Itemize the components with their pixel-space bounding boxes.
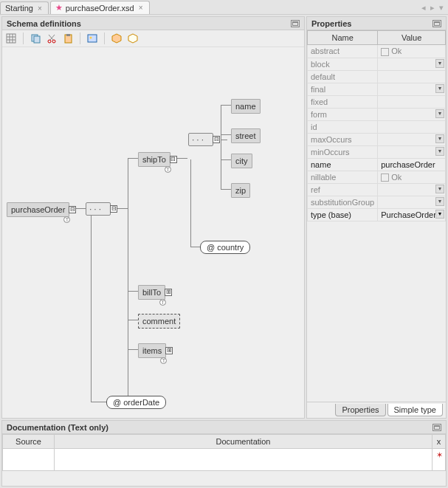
dropdown-icon[interactable]: ▼ (435, 59, 444, 68)
svg-rect-12 (66, 34, 70, 36)
tab-nav-icons: ◂ ▸ ▾ (420, 3, 445, 13)
schema-toolbar (2, 30, 304, 47)
panel-header: Documentation (Text only) (2, 421, 446, 434)
node-zip[interactable]: zip (231, 183, 250, 198)
copy-icon[interactable] (30, 32, 41, 44)
dropdown-icon[interactable]: ▼ (435, 134, 444, 143)
menu-icon[interactable]: ▾ (438, 3, 445, 13)
col-source[interactable]: Source (3, 435, 55, 449)
expand-icon[interactable]: ⊟ (110, 205, 117, 213)
cube-outline-icon[interactable] (127, 32, 139, 44)
tab-starting[interactable]: Starting × (0, 1, 49, 14)
editor-tabs: Starting × ★ purchaseOrder.xsd × ◂ ▸ ▾ (0, 0, 448, 15)
prop-row[interactable]: namepurchaseOrder (308, 158, 446, 171)
tab-file[interactable]: ★ purchaseOrder.xsd × (50, 1, 150, 14)
star-icon: ★ (55, 3, 63, 13)
svg-rect-0 (7, 34, 15, 43)
node-city[interactable]: city (231, 154, 252, 168)
dropdown-icon[interactable]: ▼ (435, 147, 444, 156)
type-icon: T (159, 299, 166, 306)
node-items[interactable]: items ⊞ T (138, 343, 166, 358)
maximize-icon[interactable] (433, 424, 441, 431)
panel-title: Schema definitions (7, 19, 81, 28)
node-name[interactable]: name (231, 99, 261, 114)
cube-icon[interactable] (111, 32, 123, 44)
properties-panel: Properties Name Value abstractOkblock▼de… (306, 16, 447, 419)
properties-bottom-tabs: Properties Simple type (307, 402, 446, 418)
maximize-icon[interactable] (433, 20, 441, 27)
prop-row[interactable]: default (308, 70, 446, 83)
col-documentation[interactable]: Documentation (55, 435, 433, 449)
next-icon[interactable]: ▸ (429, 3, 436, 13)
attr-country[interactable]: @ country (200, 241, 250, 254)
prop-row[interactable]: abstractOk (308, 45, 446, 58)
sequence-node-2[interactable]: ⊟ (188, 133, 213, 146)
close-icon[interactable]: × (137, 4, 145, 12)
col-delete[interactable]: x (433, 435, 446, 449)
prop-row[interactable]: block▼ (308, 58, 446, 70)
paste-icon[interactable] (62, 32, 74, 44)
close-icon[interactable]: × (36, 4, 44, 13)
properties-table[interactable]: Name Value abstractOkblock▼defaultfinal▼… (307, 30, 446, 402)
prop-row[interactable]: substitutionGroup▼ (308, 196, 446, 209)
panel-header: Schema definitions (2, 17, 304, 30)
type-icon: T (63, 216, 70, 223)
sequence-node-1[interactable]: ⊟ (86, 202, 111, 216)
maximize-icon[interactable] (291, 20, 300, 27)
schema-diagram[interactable]: purchaseOrder ⊟ T ⊟ shipTo ⊟ T billTo ⊞ … (2, 47, 304, 418)
expand-icon[interactable]: ⊞ (165, 347, 173, 354)
dropdown-icon[interactable]: ▼ (435, 109, 444, 118)
dropdown-icon[interactable]: ▼ (435, 210, 444, 219)
panel-title: Documentation (Text only) (7, 423, 108, 432)
tab-properties[interactable]: Properties (335, 404, 385, 416)
prop-row[interactable]: maxOccurs▼ (308, 133, 446, 145)
prop-row[interactable]: form▼ (308, 108, 446, 120)
node-root[interactable]: purchaseOrder ⊟ T (7, 202, 69, 217)
expand-icon[interactable]: ⊞ (165, 289, 172, 296)
attr-orderdate[interactable]: @ orderDate (106, 396, 166, 409)
svg-marker-16 (128, 34, 137, 43)
prop-row[interactable]: final▼ (308, 83, 446, 95)
prop-row[interactable]: ref▼ (308, 184, 446, 196)
doc-row[interactable]: ✶ (3, 449, 446, 471)
svg-marker-15 (112, 34, 121, 43)
expand-icon[interactable]: ⊟ (170, 156, 177, 163)
dropdown-icon[interactable]: ▼ (435, 197, 444, 206)
prop-row[interactable]: nillableOk (308, 171, 446, 184)
svg-point-8 (52, 40, 55, 43)
node-street[interactable]: street (231, 128, 261, 143)
prev-icon[interactable]: ◂ (420, 3, 427, 13)
col-value[interactable]: Value (378, 31, 446, 45)
image-icon[interactable] (86, 32, 98, 44)
tab-simpletype[interactable]: Simple type (387, 404, 443, 416)
prop-row[interactable]: type (base)PurchaseOrderT▼ (308, 209, 446, 221)
prop-row[interactable]: minOccurs▼ (308, 145, 446, 158)
type-icon: T (165, 166, 171, 173)
type-icon: T (160, 357, 167, 364)
schema-definitions-panel: Schema definitions (1, 16, 305, 419)
grid-icon[interactable] (5, 32, 17, 44)
svg-point-14 (90, 37, 92, 39)
cut-icon[interactable] (46, 32, 58, 44)
expand-icon[interactable]: ⊟ (69, 206, 76, 213)
expand-icon[interactable]: ⊟ (213, 136, 220, 143)
pin-icon[interactable]: ✶ (436, 450, 443, 460)
node-comment[interactable]: comment (138, 314, 180, 329)
col-name[interactable]: Name (308, 31, 378, 45)
svg-rect-6 (34, 36, 40, 43)
svg-rect-13 (88, 35, 97, 42)
panel-title: Properties (311, 19, 351, 28)
panel-header: Properties (307, 17, 446, 30)
dropdown-icon[interactable]: ▼ (435, 185, 444, 193)
node-shipto[interactable]: shipTo ⊟ T (138, 152, 170, 167)
prop-row[interactable]: id (308, 120, 446, 133)
documentation-panel: Documentation (Text only) Source Documen… (1, 420, 447, 487)
prop-row[interactable]: fixed (308, 95, 446, 108)
dropdown-icon[interactable]: ▼ (435, 84, 444, 93)
node-billto[interactable]: billTo ⊞ T (138, 285, 165, 300)
svg-point-7 (48, 40, 51, 43)
